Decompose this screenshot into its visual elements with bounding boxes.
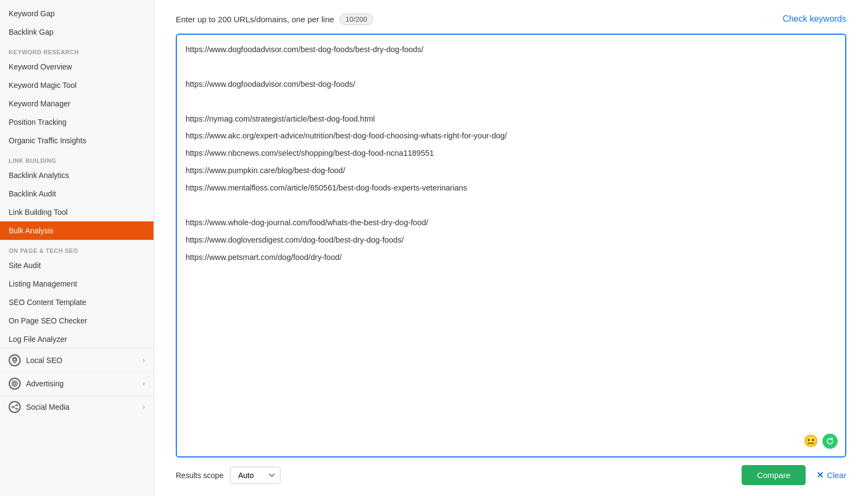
sidebar-advertising-label: Advertising [26,379,63,388]
x-icon: ✕ [816,470,824,480]
sidebar-item-organic-traffic[interactable]: Organic Traffic Insights [0,131,154,150]
sidebar-social-media-label: Social Media [26,403,69,411]
sidebar-item-label: Backlink Gap [9,28,53,36]
pin-icon [9,354,21,366]
auto-select-wrapper: Auto Domain URL [230,467,280,484]
sidebar-item-keyword-gap[interactable]: Keyword Gap [0,4,154,23]
section-keyword-research: KEYWORD RESEARCH [0,41,154,58]
chevron-right-icon: › [143,380,145,387]
svg-line-8 [13,408,16,409]
emoji-icon[interactable]: 😐 [803,434,818,448]
sidebar-item-on-page-seo-checker[interactable]: On Page SEO Checker [0,311,154,330]
url-counter: 10/200 [340,14,373,25]
clear-label: Clear [827,470,846,480]
check-keywords-button[interactable]: Check keywords [783,11,846,27]
svg-line-7 [13,405,16,406]
results-scope-left: Results scope Auto Domain URL [176,467,280,484]
sidebar-item-backlink-gap[interactable]: Backlink Gap [0,23,154,41]
sidebar-item-seo-content-template[interactable]: SEO Content Template [0,293,154,311]
sidebar-local-seo-label: Local SEO [26,356,62,365]
svg-point-4 [12,406,14,408]
share-icon [9,401,21,413]
sidebar-item-backlink-audit[interactable]: Backlink Audit [0,185,154,203]
sidebar-item-local-seo[interactable]: Local SEO › [0,348,154,372]
chevron-right-icon: › [143,357,145,364]
sidebar-item-position-tracking[interactable]: Position Tracking [0,113,154,131]
chevron-right-icon: › [143,403,145,411]
sidebar-item-site-audit[interactable]: Site Audit [0,256,154,275]
header-instruction: Enter up to 200 URLs/domains, one per li… [176,14,373,25]
sidebar-item-bulk-analysis[interactable]: Bulk Analysis [0,221,154,240]
url-input[interactable]: https://www.dogfoodadvisor.com/best-dog-… [186,41,837,394]
sidebar-item-keyword-overview[interactable]: Keyword Overview [0,58,154,76]
url-textarea-container: https://www.dogfoodadvisor.com/best-dog-… [176,34,846,457]
sidebar-item-backlink-analytics[interactable]: Backlink Analytics [0,166,154,185]
svg-point-6 [16,408,18,410]
svg-point-0 [14,358,16,361]
sidebar-item-label: Keyword Gap [9,9,55,18]
svg-point-5 [16,404,18,406]
results-scope-label: Results scope [176,471,224,480]
compare-button[interactable]: Compare [742,465,806,485]
main-content: Enter up to 200 URLs/domains, one per li… [154,0,868,496]
instruction-text: Enter up to 200 URLs/domains, one per li… [176,15,334,24]
sidebar-item-social-media[interactable]: Social Media › [0,395,154,418]
refresh-button[interactable] [822,434,838,449]
results-scope-select[interactable]: Auto Domain URL [230,467,280,484]
sidebar-item-link-building-tool[interactable]: Link Building Tool [0,203,154,221]
section-link-building: LINK BUILDING [0,150,154,166]
sidebar-item-keyword-manager[interactable]: Keyword Manager [0,94,154,113]
sidebar-item-listing-management[interactable]: Listing Management [0,275,154,293]
textarea-icons: 😐 [803,434,838,449]
svg-point-3 [14,383,15,384]
sidebar: Keyword Gap Backlink Gap KEYWORD RESEARC… [0,0,154,496]
sidebar-item-keyword-magic-tool[interactable]: Keyword Magic Tool [0,76,154,94]
header-row: Enter up to 200 URLs/domains, one per li… [176,11,846,27]
section-on-page-seo: ON PAGE & TECH SEO [0,240,154,256]
clear-button[interactable]: ✕ Clear [816,470,846,480]
bottom-row: Results scope Auto Domain URL Compare ✕ … [176,465,846,485]
sidebar-item-advertising[interactable]: Advertising › [0,372,154,395]
sidebar-item-log-file-analyzer[interactable]: Log File Analyzer [0,330,154,348]
target-icon [9,378,21,390]
